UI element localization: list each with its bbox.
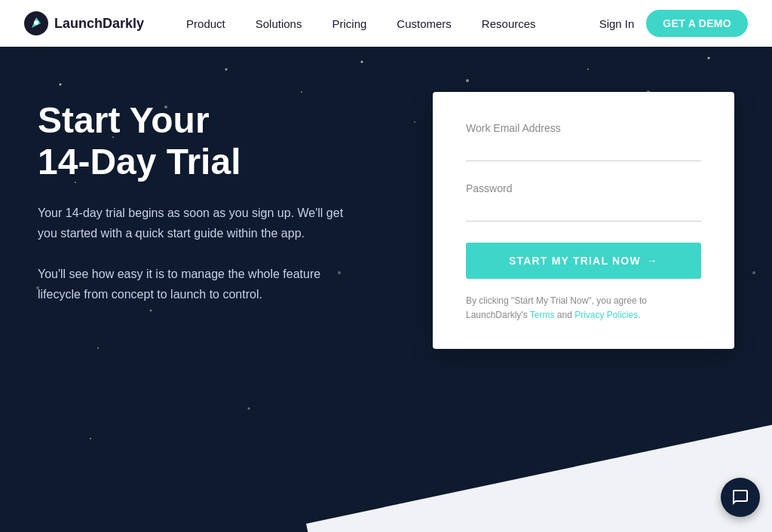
- hero-body-2: You'll see how easy it is to manage the …: [38, 264, 362, 304]
- password-label: Password: [466, 182, 701, 194]
- trial-btn-label: START MY TRIAL NOW: [509, 255, 641, 267]
- email-field-group: Work Email Address: [466, 122, 701, 161]
- hero-body-1: Your 14-day trial begins as soon as you …: [38, 203, 362, 243]
- signin-link[interactable]: Sign In: [599, 17, 635, 30]
- svg-point-1: [34, 20, 38, 25]
- nav-links: Product Solutions Pricing Customers Reso…: [174, 13, 599, 35]
- nav-item-resources[interactable]: Resources: [470, 13, 548, 35]
- nav-item-solutions[interactable]: Solutions: [244, 13, 314, 35]
- signup-form-card: Work Email Address Password START MY TRI…: [433, 92, 734, 349]
- chat-icon: [731, 488, 749, 506]
- logo-icon: [24, 11, 48, 35]
- password-field-group: Password: [466, 182, 701, 222]
- start-trial-button[interactable]: START MY TRIAL NOW →: [466, 243, 701, 279]
- email-input[interactable]: [466, 139, 701, 161]
- nav-item-customers[interactable]: Customers: [384, 13, 464, 35]
- nav-item-pricing[interactable]: Pricing: [320, 13, 378, 35]
- hero-section: Start Your 14-Day Trial Your 14-day tria…: [0, 47, 772, 532]
- demo-button[interactable]: GET A DEMO: [646, 10, 748, 37]
- hero-left: Start Your 14-Day Trial Your 14-day tria…: [38, 92, 372, 326]
- trial-btn-arrow: →: [647, 255, 658, 267]
- email-label: Work Email Address: [466, 122, 701, 134]
- terms-link[interactable]: Terms: [530, 310, 555, 320]
- chat-widget[interactable]: [721, 478, 760, 517]
- hero-headline: Start Your 14-Day Trial: [38, 99, 372, 182]
- svg-point-24: [248, 408, 250, 410]
- svg-point-25: [90, 438, 91, 439]
- privacy-link[interactable]: Privacy Policies: [574, 310, 638, 320]
- navbar: LaunchDarkly Product Solutions Pricing C…: [0, 0, 772, 47]
- legal-text: By clicking "Start My Trial Now", you ag…: [466, 294, 701, 322]
- logo-text: LaunchDarkly: [54, 16, 144, 32]
- password-input[interactable]: [466, 199, 701, 222]
- nav-right: Sign In GET A DEMO: [599, 10, 748, 37]
- nav-item-product[interactable]: Product: [174, 13, 237, 35]
- logo-link[interactable]: LaunchDarkly: [24, 11, 144, 35]
- hero-content: Start Your 14-Day Trial Your 14-day tria…: [0, 47, 772, 349]
